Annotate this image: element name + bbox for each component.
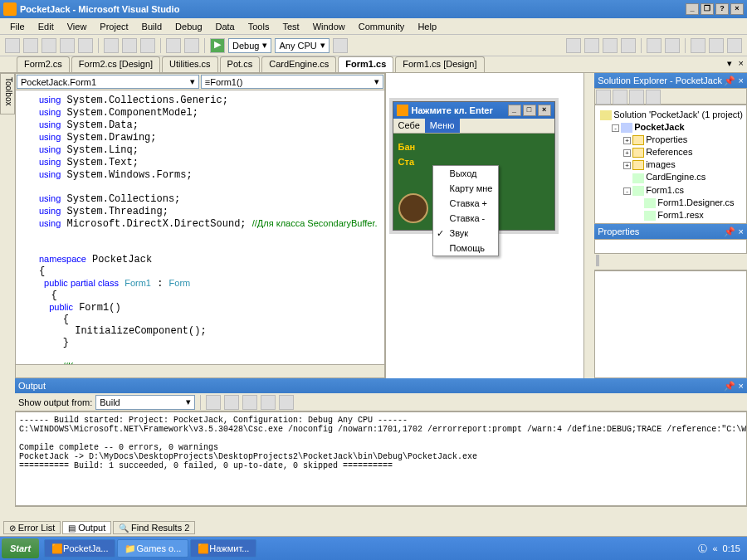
pin-icon[interactable]: 📌 <box>724 75 735 86</box>
code-editor[interactable]: using System.Collections.Generic; using … <box>16 90 384 364</box>
config-combo[interactable]: Debug▾ <box>228 38 271 53</box>
open-button[interactable] <box>42 38 56 53</box>
menu-debug[interactable]: Debug <box>170 20 207 32</box>
comment-button[interactable] <box>647 38 662 53</box>
tab-cardengine[interactable]: CardEngine.cs <box>261 56 336 72</box>
btab-error-list[interactable]: ⊘ Error List <box>3 521 61 534</box>
object-browser-button[interactable] <box>603 38 618 53</box>
out-close-icon[interactable]: × <box>739 381 744 391</box>
copy-button[interactable] <box>122 38 137 53</box>
btab-find-results[interactable]: 🔍 Find Results 2 <box>113 521 195 534</box>
se-viewcode-button[interactable] <box>646 90 661 105</box>
tray-expand-icon[interactable]: « <box>712 543 717 553</box>
menu-tools[interactable]: Tools <box>243 20 275 32</box>
tray-lang-icon[interactable]: Ⓛ <box>698 543 707 555</box>
menu-bet-plus[interactable]: Ставка + <box>433 196 498 211</box>
out-prev-button[interactable] <box>224 395 239 410</box>
se-refresh-button[interactable] <box>629 90 644 105</box>
tree-item[interactable]: +images <box>598 158 743 171</box>
tab-form2-cs[interactable]: Form2.cs <box>17 56 70 72</box>
tab-form1-cs[interactable]: Form1.cs <box>338 56 393 72</box>
menu-community[interactable]: Community <box>354 20 410 32</box>
uncomment-button[interactable] <box>665 38 680 53</box>
restore-button[interactable]: ❐ <box>701 3 714 15</box>
se-showall-button[interactable] <box>613 90 627 105</box>
menu-data[interactable]: Data <box>211 20 240 32</box>
tree-solution[interactable]: Solution 'PocketJack' (1 project) <box>598 109 743 121</box>
props-close-icon[interactable]: × <box>739 226 744 236</box>
paste-button[interactable] <box>140 38 155 53</box>
form-min-button[interactable]: _ <box>508 105 521 116</box>
close-button[interactable]: × <box>730 3 744 15</box>
step-over-button[interactable] <box>709 38 724 53</box>
member-navigator[interactable]: ≡ Form1()▾ <box>201 75 383 89</box>
tree-item[interactable]: Form1.resx <box>598 209 743 222</box>
form-menu-sebe[interactable]: Себе <box>393 119 425 133</box>
tab-form2-design[interactable]: Form2.cs [Design] <box>71 56 160 72</box>
tree-item[interactable]: Form1.Designer.cs <box>598 197 743 209</box>
menu-edit[interactable]: Edit <box>33 20 59 32</box>
class-navigator[interactable]: PocketJack.Form1▾ <box>17 75 199 89</box>
tree-item[interactable]: -Form1.cs <box>598 184 743 197</box>
step-in-button[interactable] <box>691 38 706 53</box>
tree-item[interactable]: +References <box>598 146 743 158</box>
undo-button[interactable] <box>166 38 181 53</box>
menu-bet-minus[interactable]: Ставка - <box>433 211 498 226</box>
task-pocketjack[interactable]: 🟧 PocketJa... <box>44 539 115 558</box>
tab-pot[interactable]: Pot.cs <box>220 56 261 72</box>
btab-output[interactable]: ▤ Output <box>62 521 111 534</box>
designed-form[interactable]: Нажмите кл. Enter _ □ × Себе Меню БанСта <box>393 101 555 231</box>
out-pin-icon[interactable]: 📌 <box>724 381 735 392</box>
menu-exit[interactable]: Выход <box>433 166 498 181</box>
output-source-combo[interactable]: Build▾ <box>95 395 195 410</box>
menu-build[interactable]: Build <box>137 20 167 32</box>
minimize-button[interactable]: _ <box>686 3 699 15</box>
toolbox-button-2[interactable] <box>621 38 636 53</box>
help-button[interactable]: ? <box>715 3 729 15</box>
tabs-close-icon[interactable]: × <box>735 56 747 72</box>
redo-button[interactable] <box>184 38 199 53</box>
find-button[interactable] <box>333 38 348 53</box>
system-tray[interactable]: Ⓛ « 0:15 <box>693 543 745 555</box>
menu-view[interactable]: View <box>62 20 92 32</box>
out-find-button[interactable] <box>206 395 221 410</box>
form-close-button[interactable]: × <box>538 105 551 116</box>
h-scrollbar[interactable] <box>16 364 384 377</box>
tab-form1-design[interactable]: Form1.cs [Design] <box>395 56 484 72</box>
tabs-dropdown-icon[interactable]: ▾ <box>724 56 735 72</box>
tree-project[interactable]: -PocketJack <box>598 121 743 134</box>
props-object-combo[interactable] <box>594 239 747 254</box>
props-pin-icon[interactable]: 📌 <box>724 226 735 237</box>
menu-test[interactable]: Test <box>277 20 304 32</box>
form-designer[interactable]: Нажмите кл. Enter _ □ × Себе Меню БанСта <box>385 73 583 378</box>
menu-card[interactable]: Карту мне <box>433 181 498 196</box>
cut-button[interactable] <box>104 38 119 53</box>
properties-button-tb[interactable] <box>584 38 599 53</box>
v-scrollbar[interactable] <box>583 73 594 378</box>
properties-grid[interactable] <box>594 270 747 378</box>
out-h-scrollbar[interactable] <box>15 506 747 519</box>
form-menu-menu[interactable]: Меню <box>425 119 460 133</box>
out-wrap-button[interactable] <box>279 395 294 410</box>
toolbox-vtab[interactable]: Toolbox <box>0 73 15 114</box>
output-text[interactable]: ------ Build started: Project: PocketJac… <box>15 411 747 506</box>
start-debug-button[interactable]: ▶ <box>210 38 225 53</box>
se-properties-button[interactable] <box>596 90 611 105</box>
save-button[interactable] <box>60 38 75 53</box>
new-project-button[interactable] <box>5 38 20 53</box>
add-item-button[interactable] <box>23 38 38 53</box>
menu-help[interactable]: Help <box>413 20 442 32</box>
toolbox-button[interactable] <box>566 38 581 53</box>
tab-utilities[interactable]: Utilities.cs <box>162 56 218 72</box>
out-clear-button[interactable] <box>261 395 276 410</box>
step-out-button[interactable] <box>727 38 742 53</box>
props-az-button[interactable] <box>598 255 599 266</box>
panel-close-icon[interactable]: × <box>739 75 744 85</box>
tree-item[interactable]: +Properties <box>598 134 743 146</box>
solution-tree[interactable]: Solution 'PocketJack' (1 project) -Pocke… <box>595 105 746 224</box>
menu-help[interactable]: Помощь <box>433 241 498 256</box>
platform-combo[interactable]: Any CPU▾ <box>275 38 329 53</box>
menu-project[interactable]: Project <box>95 20 133 32</box>
task-games[interactable]: 📁 Games o... <box>117 539 188 558</box>
start-button[interactable]: Start <box>2 538 39 558</box>
